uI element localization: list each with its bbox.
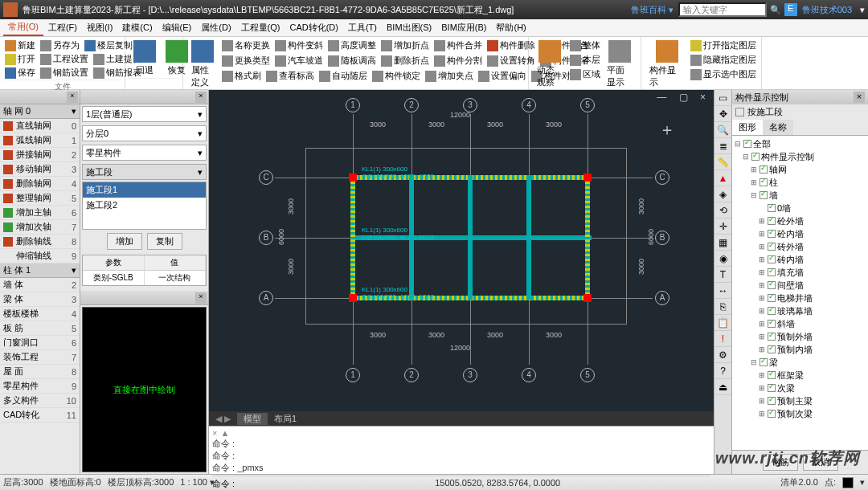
tool-axis[interactable]: ✛ bbox=[714, 218, 731, 235]
li-ext-line[interactable]: 伸缩轴线9 bbox=[0, 249, 80, 263]
tool-select[interactable]: ▭ bbox=[714, 90, 731, 106]
tab-layout[interactable]: 布局1 bbox=[268, 413, 303, 425]
by-section-check[interactable]: 按施工段 bbox=[732, 104, 868, 120]
li-cad[interactable]: CAD转化11 bbox=[0, 408, 80, 423]
elem-lock-btn[interactable]: 构件锁定 bbox=[371, 69, 422, 83]
hide-layer-btn[interactable]: 隐藏指定图层 bbox=[689, 53, 758, 67]
li-beam[interactable]: 梁 体3 bbox=[0, 292, 80, 307]
close-icon[interactable]: × bbox=[195, 292, 207, 304]
li-arc-axis[interactable]: 弧线轴网1 bbox=[0, 133, 80, 148]
prop-def-btn[interactable]: 属性定义 bbox=[186, 39, 219, 90]
auto-floor-btn[interactable]: 自动随层 bbox=[317, 69, 369, 83]
undo-btn[interactable]: 回退 bbox=[129, 39, 161, 78]
floor-select[interactable]: 1层(普通层)▾ bbox=[82, 106, 207, 122]
orbit-btn[interactable]: 动态观察 bbox=[532, 39, 568, 90]
type-change-btn[interactable]: 更换类型 bbox=[220, 54, 272, 67]
li-roof[interactable]: 屋 面8 bbox=[0, 365, 80, 379]
status-scale[interactable]: 1 : 100 ▾ bbox=[180, 477, 215, 488]
axis-section[interactable]: 轴 网 0▾ bbox=[0, 104, 80, 119]
tool-measure[interactable]: 📏 bbox=[714, 154, 731, 170]
rebar-set-btn[interactable]: 钢筋设置 bbox=[39, 66, 90, 80]
tool-alert[interactable]: ! bbox=[714, 331, 731, 347]
li-straight-axis[interactable]: 直线轴网0 bbox=[0, 119, 80, 133]
close-icon[interactable]: × bbox=[854, 92, 865, 103]
add-button[interactable]: 增加 bbox=[107, 233, 142, 250]
li-decor[interactable]: 装饰工程7 bbox=[0, 350, 80, 365]
open-btn[interactable]: 打开 bbox=[3, 52, 37, 66]
li-del-line[interactable]: 删除轴线8 bbox=[0, 235, 80, 249]
close-icon[interactable]: × bbox=[195, 92, 207, 103]
command-input[interactable]: 命令 : bbox=[212, 476, 710, 490]
open-layer-btn[interactable]: 打开指定图层 bbox=[689, 39, 758, 52]
li-add-sub[interactable]: 增加次轴7 bbox=[0, 220, 80, 235]
cancel-button[interactable]: 取消 bbox=[803, 454, 838, 471]
encyclopedia-link[interactable]: 鲁班百科 ▾ bbox=[631, 4, 674, 16]
keyword-search-input[interactable] bbox=[678, 2, 767, 17]
li-rebar[interactable]: 板 筋5 bbox=[0, 321, 80, 336]
tech-link[interactable]: 鲁班技术003 bbox=[802, 4, 852, 16]
rebar-button[interactable]: 钢筋 bbox=[763, 454, 798, 471]
view-floor-btn[interactable]: 本层 bbox=[568, 53, 602, 67]
format-brush-btn[interactable]: 格式刷 bbox=[220, 69, 263, 83]
new-btn[interactable]: 新建 bbox=[3, 39, 37, 52]
adj-slab-btn[interactable]: 随板调高 bbox=[326, 54, 378, 67]
name-change-btn[interactable]: 名称更换 bbox=[220, 39, 272, 52]
show-sel-layer-btn[interactable]: 显示选中图层 bbox=[689, 67, 758, 81]
menu-quantity[interactable]: 工程量(Q) bbox=[236, 20, 285, 35]
ramp-btn[interactable]: 汽车坡道 bbox=[273, 54, 325, 67]
category-select[interactable]: 零星构件▾ bbox=[82, 145, 207, 161]
tool-pan[interactable]: ✥ bbox=[714, 106, 731, 122]
sublayer-select[interactable]: 分层0▾ bbox=[82, 125, 207, 141]
elem-split-btn[interactable]: 构件分割 bbox=[432, 54, 484, 67]
li-poly[interactable]: 多义构件10 bbox=[0, 394, 80, 408]
del-vertex-btn[interactable]: 删除折点 bbox=[379, 54, 431, 67]
tool-layer[interactable]: ≣ bbox=[714, 138, 731, 154]
tool-settings[interactable]: ⚙ bbox=[714, 347, 731, 363]
tab-graphic[interactable]: 图形 bbox=[732, 120, 763, 135]
plan-view-btn[interactable]: 平面显示 bbox=[602, 39, 638, 90]
menu-model[interactable]: 建模(C) bbox=[117, 20, 157, 35]
menu-props[interactable]: 属性(D) bbox=[196, 20, 235, 35]
menu-bim-app[interactable]: BIM应用(B) bbox=[436, 20, 491, 35]
height-adj-btn[interactable]: 高度调整 bbox=[326, 39, 378, 52]
tool-copy[interactable]: ⎘ bbox=[714, 299, 731, 315]
set-offset-btn[interactable]: 设置偏向 bbox=[477, 69, 528, 83]
tool-grid[interactable]: ▦ bbox=[714, 235, 731, 251]
drawing-canvas[interactable]: — ▢ × 1 2 3 4 5 1 2 3 4 5 C B A C B A bbox=[209, 90, 714, 411]
section-item-2[interactable]: 施工段2 bbox=[83, 198, 206, 213]
tool-dim[interactable]: ↔ bbox=[714, 283, 731, 299]
menu-cad[interactable]: CAD转化(D) bbox=[285, 20, 343, 35]
copy-button[interactable]: 复制 bbox=[147, 233, 182, 250]
elem-tilt-btn[interactable]: 构件变斜 bbox=[273, 39, 325, 52]
tool-paste[interactable]: 📋 bbox=[714, 315, 731, 331]
tool-warn[interactable]: ▲ bbox=[714, 170, 731, 186]
li-wall[interactable]: 墙 体2 bbox=[0, 278, 80, 292]
status-list[interactable]: 清单2.0.0 bbox=[780, 476, 817, 488]
tool-text[interactable]: T bbox=[714, 267, 731, 283]
view-region-btn[interactable]: 区域 bbox=[568, 67, 602, 81]
view-all-btn[interactable]: 整体 bbox=[568, 39, 602, 52]
tool-zoom[interactable]: 🔍 bbox=[714, 122, 731, 138]
li-slab[interactable]: 楼板楼梯4 bbox=[0, 307, 80, 321]
tool-help[interactable]: ? bbox=[714, 363, 731, 379]
tool-3d[interactable]: ◈ bbox=[714, 186, 731, 202]
menu-edit[interactable]: 编辑(E) bbox=[158, 20, 197, 35]
close-icon[interactable]: × bbox=[67, 92, 78, 103]
li-add-main[interactable]: 增加主轴6 bbox=[0, 206, 80, 220]
save-btn[interactable]: 保存 bbox=[3, 66, 37, 80]
add-grip-btn[interactable]: 增加夹点 bbox=[424, 69, 475, 83]
menu-project[interactable]: 工程(F) bbox=[43, 20, 82, 35]
close-icon[interactable]: × bbox=[212, 428, 217, 438]
li-move-axis[interactable]: 移动轴网3 bbox=[0, 162, 80, 177]
view-elev-btn[interactable]: 查看标高 bbox=[264, 69, 316, 83]
tool-snap[interactable]: ◉ bbox=[714, 251, 731, 267]
menu-view[interactable]: 视图(I) bbox=[82, 20, 117, 35]
tab-model[interactable]: 模型 bbox=[237, 413, 268, 425]
elem-merge-btn[interactable]: 构件合并 bbox=[432, 39, 484, 52]
menu-help[interactable]: 帮助(H) bbox=[491, 20, 530, 35]
proj-set-btn[interactable]: 工程设置 bbox=[39, 52, 90, 66]
li-misc[interactable]: 零星构件9 bbox=[0, 379, 80, 394]
menu-bim-out[interactable]: BIM出图(S) bbox=[382, 20, 436, 35]
menu-tools[interactable]: 工具(T) bbox=[343, 20, 382, 35]
elem-disp-btn[interactable]: 构件显示 bbox=[645, 39, 689, 90]
